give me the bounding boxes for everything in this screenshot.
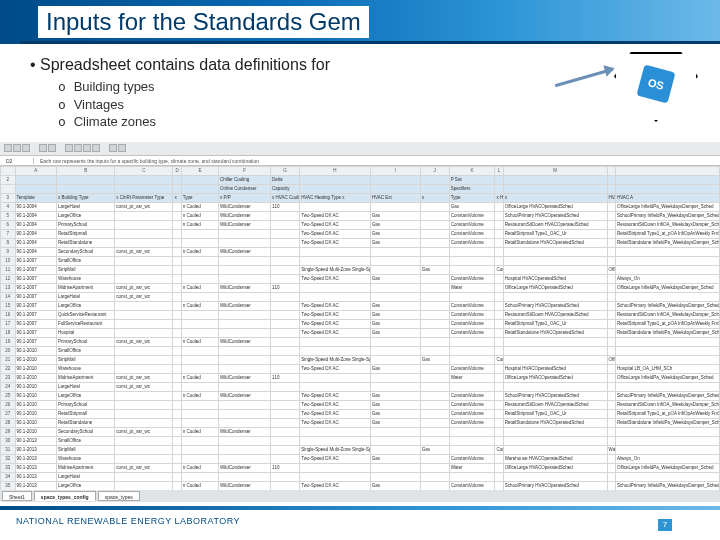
data-cell: [420, 221, 449, 230]
data-cell: [219, 365, 271, 374]
cell-reference: D2: [4, 158, 34, 164]
data-cell: 90.1-2004: [15, 239, 57, 248]
data-cell: [503, 293, 607, 302]
data-cell: [219, 311, 271, 320]
data-cell: OfficeLarge InfieldPa_WeekdaysDamper_Sch…: [615, 284, 719, 293]
data-cell: 31: [1, 446, 16, 455]
data-cell: [271, 392, 300, 401]
sub-bullet-list: Building types Vintages Climate zones: [58, 78, 692, 131]
data-cell: const_pt_var_wc: [115, 203, 173, 212]
data-cell: Gas: [370, 329, 420, 338]
data-cell: [503, 338, 607, 347]
data-cell: [607, 302, 615, 311]
data-cell: [271, 293, 300, 302]
data-cell: [607, 203, 615, 212]
data-cell: 24: [1, 383, 16, 392]
data-cell: [271, 356, 300, 365]
data-cell: [219, 383, 271, 392]
data-cell: [503, 383, 607, 392]
data-cell: [181, 455, 218, 464]
data-cell: [115, 446, 173, 455]
data-cell: [173, 203, 181, 212]
data-cell: n Cooled: [181, 302, 218, 311]
sheet-tab[interactable]: space_types: [98, 491, 140, 501]
data-cell: [181, 257, 218, 266]
data-cell: [370, 347, 420, 356]
header-cell: [420, 185, 449, 194]
data-cell: OfficeLarge HVACOperatedSched: [503, 203, 607, 212]
data-cell: [219, 419, 271, 428]
slide-title: Inputs for the Standards Gem: [38, 6, 369, 38]
data-cell: [300, 248, 371, 257]
data-cell: [271, 230, 300, 239]
data-cell: [115, 329, 173, 338]
data-cell: SecondarySchool: [57, 428, 115, 437]
col-letter: I: [370, 167, 420, 176]
header-cell: [420, 176, 449, 185]
header-cell: [370, 185, 420, 194]
data-cell: 90.1-2010: [15, 410, 57, 419]
data-cell: [173, 365, 181, 374]
data-cell: [115, 401, 173, 410]
data-cell: WildCondenser: [219, 338, 271, 347]
data-cell: 11: [1, 266, 16, 275]
data-cell: 30: [1, 437, 16, 446]
data-cell: Two-Speed DX AC: [300, 212, 371, 221]
data-cell: Two-Speed DX AC: [300, 275, 371, 284]
data-cell: Gas: [370, 365, 420, 374]
data-cell: 28: [1, 419, 16, 428]
data-cell: 9: [1, 248, 16, 257]
data-cell: [115, 347, 173, 356]
slide-body: Spreadsheet contains data definitions fo…: [0, 44, 720, 135]
data-cell: ConstantVolume: [449, 392, 495, 401]
data-cell: [173, 446, 181, 455]
data-cell: ConstantVolume: [449, 212, 495, 221]
data-cell: ConstantVolume: [449, 455, 495, 464]
data-cell: Two-Speed DX AC: [300, 221, 371, 230]
data-cell: [420, 455, 449, 464]
data-cell: [607, 419, 615, 428]
data-cell: [173, 230, 181, 239]
data-cell: ConstantVolume: [449, 239, 495, 248]
data-cell: [300, 347, 371, 356]
data-cell: [607, 239, 615, 248]
data-cell: 12: [1, 275, 16, 284]
data-cell: 90.1-2010: [15, 374, 57, 383]
header-cell: HVAC Ext: [370, 194, 420, 203]
sheet-tab-active[interactable]: space_types_config: [34, 491, 96, 501]
data-cell: PrimarySchool: [57, 221, 115, 230]
data-cell: [607, 221, 615, 230]
data-cell: [370, 248, 420, 257]
data-cell: [271, 473, 300, 482]
data-cell: 90.1-2010: [15, 347, 57, 356]
data-cell: [495, 203, 503, 212]
data-cell: 21: [1, 356, 16, 365]
data-cell: 90.1-2004: [15, 230, 57, 239]
data-cell: [370, 356, 420, 365]
data-cell: [449, 446, 495, 455]
data-cell: [271, 239, 300, 248]
data-cell: StripMall: [57, 446, 115, 455]
slide-header: Inputs for the Standards Gem: [0, 0, 720, 44]
data-cell: [607, 392, 615, 401]
data-cell: ConstantVolume: [449, 311, 495, 320]
data-cell: [420, 230, 449, 239]
data-cell: 34: [1, 473, 16, 482]
data-cell: [173, 473, 181, 482]
header-cell: [607, 185, 615, 194]
data-cell: 13: [1, 284, 16, 293]
data-cell: ConstantVolume: [495, 446, 503, 455]
header-cell: [503, 185, 607, 194]
data-cell: [370, 293, 420, 302]
header-cell: 2: [1, 176, 16, 185]
sheet-tab[interactable]: Sheet1: [2, 491, 32, 501]
data-cell: [607, 248, 615, 257]
data-cell: Gas: [370, 320, 420, 329]
header-cell: Specifiers: [449, 185, 495, 194]
data-cell: n Cooled: [181, 464, 218, 473]
data-cell: [607, 428, 615, 437]
data-cell: [173, 401, 181, 410]
data-cell: n Cooled: [181, 248, 218, 257]
data-cell: [181, 437, 218, 446]
data-cell: [449, 338, 495, 347]
